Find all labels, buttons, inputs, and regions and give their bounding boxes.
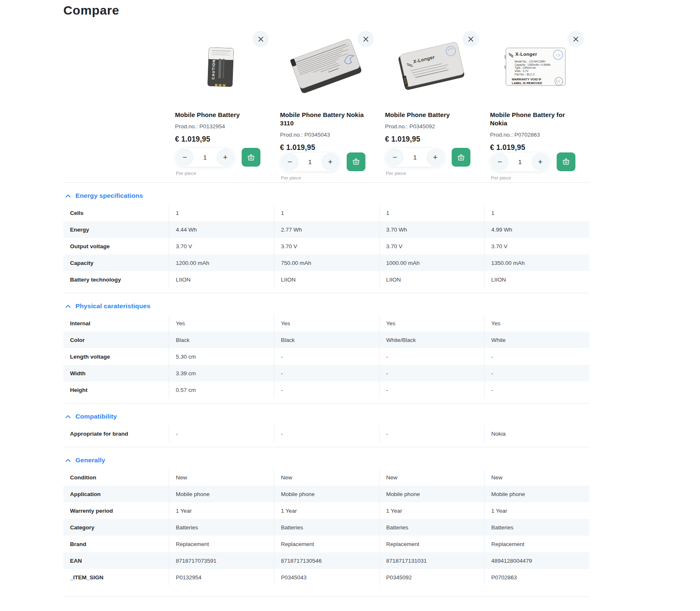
spec-table: InternalYesYesYesYesColorBlackBlackWhite… xyxy=(63,315,590,398)
spec-value: New xyxy=(274,469,379,486)
spec-value: LIION xyxy=(169,271,274,288)
spec-value: Black xyxy=(274,332,379,348)
spec-value: 5.30 cm xyxy=(169,348,274,365)
spec-value: 3.70 V xyxy=(169,238,274,254)
add-to-cart-button[interactable] xyxy=(242,148,260,167)
spec-value: - xyxy=(274,425,379,442)
basket-icon xyxy=(562,157,570,166)
decrease-button[interactable]: − xyxy=(176,149,193,166)
spec-value: Yes xyxy=(274,315,379,332)
product-number: Prod.no.: P0345092 xyxy=(385,123,476,130)
spec-value: 1 xyxy=(379,204,484,221)
spec-label: Length voltage xyxy=(63,348,169,365)
section-header[interactable]: Generally xyxy=(63,452,590,469)
product-number: Prod.no.: P0132954 xyxy=(175,123,266,130)
spec-row: EAN8718717073591871871713054687187171310… xyxy=(63,552,590,569)
product-card: X-Longer Mobile Phone Battery P xyxy=(379,31,484,176)
product-price: € 1.019,95 xyxy=(175,135,266,144)
add-to-cart-button[interactable] xyxy=(557,152,575,171)
per-piece-label: Per piece xyxy=(385,171,476,176)
product-price: € 1.019,95 xyxy=(490,143,581,152)
spec-value: P0132954 xyxy=(169,569,274,586)
section-header[interactable]: Compatibility xyxy=(63,409,590,425)
spec-value: - xyxy=(379,348,484,365)
spec-row: Width3.39 cm--- xyxy=(63,365,590,382)
per-piece-label: Per piece xyxy=(490,175,581,180)
spec-value: 1 xyxy=(169,204,274,221)
spec-value: White/Black xyxy=(379,332,484,348)
spec-table: Appropriate for brand---Nokia xyxy=(63,425,590,442)
basket-icon xyxy=(247,153,255,162)
spec-value: LIION xyxy=(379,271,484,288)
spec-label: Capacity xyxy=(63,254,169,271)
spec-label: Cells xyxy=(63,204,169,221)
battery-logo-text: CS xyxy=(556,53,561,57)
spec-value: 1 xyxy=(274,204,379,221)
product-title: Mobile Phone Battery Nokia 3110 xyxy=(280,111,371,127)
battery-warranty-text: WARRANTY VOID IF xyxy=(512,77,542,81)
spec-row: Height0.57 cm--- xyxy=(63,382,590,398)
spec-row: Output voltage3.70 V3.70 V3.70 V3.70 V xyxy=(63,238,590,254)
per-piece-label: Per piece xyxy=(280,175,371,180)
spec-row: Battery technologyLIIONLIIONLIIONLIION xyxy=(63,271,590,288)
spec-value: Nokia xyxy=(485,425,590,442)
increase-button[interactable]: + xyxy=(217,149,234,166)
close-icon[interactable] xyxy=(252,31,269,47)
spec-row: _ITEM_SIGNP0132954P0345043P0345092P07028… xyxy=(63,569,590,586)
increase-button[interactable]: + xyxy=(532,153,549,170)
spec-value: - xyxy=(485,348,590,365)
product-cards: CAUTION Mobile Phone Battery Prod.no.: P… xyxy=(169,31,590,176)
section-header[interactable]: Energy specifications xyxy=(63,188,590,204)
battery-brand-text: X-Longer xyxy=(515,52,538,57)
spec-label: Width xyxy=(63,365,169,382)
spec-value: Replacement xyxy=(379,536,484,552)
product-card: X-Longer CS Model No. : CS-NKC2MH Capaci… xyxy=(484,31,589,176)
spec-value: P0345092 xyxy=(379,569,484,586)
spec-value: Batteries xyxy=(274,519,379,536)
spec-row: Capacity1200.00 mAh750.00 mAh1000.00 mAh… xyxy=(63,254,590,271)
spec-value: - xyxy=(379,365,484,382)
spec-row: Energy4.44 Wh2.77 Wh3.70 Wh4.99 Wh xyxy=(63,221,590,238)
basket-icon xyxy=(457,153,465,162)
spec-value: 8718717073591 xyxy=(169,552,274,569)
quantity-value: 1 xyxy=(413,154,417,161)
page-title: Compare xyxy=(63,3,590,17)
spec-label: Output voltage xyxy=(63,238,169,254)
add-to-cart-button[interactable] xyxy=(452,148,470,167)
close-icon[interactable] xyxy=(358,31,374,47)
section-header[interactable]: Physical carateristiques xyxy=(63,298,590,315)
decrease-button[interactable]: − xyxy=(491,153,508,170)
battery-label-text: CAUTION xyxy=(211,59,216,80)
decrease-button[interactable]: − xyxy=(386,149,403,166)
spec-value: Replacement xyxy=(169,536,274,552)
spec-row: Length voltage5.30 cm--- xyxy=(63,348,590,365)
battery-spec-text: Model No. : CS-NKC2MH xyxy=(515,60,545,63)
spec-row: BrandReplacementReplacementReplacementRe… xyxy=(63,536,590,552)
spec-value: 3.70 V xyxy=(485,238,590,254)
spec-value: 8718717130546 xyxy=(274,552,379,569)
spec-row: ApplicationMobile phoneMobile phoneMobil… xyxy=(63,486,590,502)
increase-button[interactable]: + xyxy=(322,153,339,170)
spec-value: Replacement xyxy=(274,536,379,552)
spec-value: - xyxy=(379,382,484,398)
product-card: Mobile Phone Battery Nokia 3110 Prod.no.… xyxy=(274,31,379,176)
spec-value: 2.77 Wh xyxy=(274,221,379,238)
increase-button[interactable]: + xyxy=(427,149,444,166)
close-icon[interactable] xyxy=(568,31,584,47)
spec-value: 1 xyxy=(485,204,590,221)
spec-row: ConditionNewNewNewNew xyxy=(63,469,590,486)
product-card: CAUTION Mobile Phone Battery Prod.no.: P… xyxy=(169,31,274,176)
spec-row: ColorBlackBlackWhite/BlackWhite xyxy=(63,332,590,348)
add-to-cart-button[interactable] xyxy=(347,152,365,171)
spec-value: New xyxy=(169,469,274,486)
close-icon[interactable] xyxy=(462,31,479,47)
product-title: Mobile Phone Battery xyxy=(175,111,266,119)
quantity-value: 1 xyxy=(203,154,207,161)
product-title: Mobile Phone Battery for Nokia xyxy=(490,111,581,127)
section-title: Compatibility xyxy=(75,413,117,420)
quantity-stepper: − 1 + xyxy=(490,152,550,172)
product-image: CAUTION xyxy=(175,32,266,102)
spec-value: 1 Year xyxy=(379,502,484,519)
decrease-button[interactable]: − xyxy=(281,153,298,170)
spec-value: 1 Year xyxy=(485,502,590,519)
